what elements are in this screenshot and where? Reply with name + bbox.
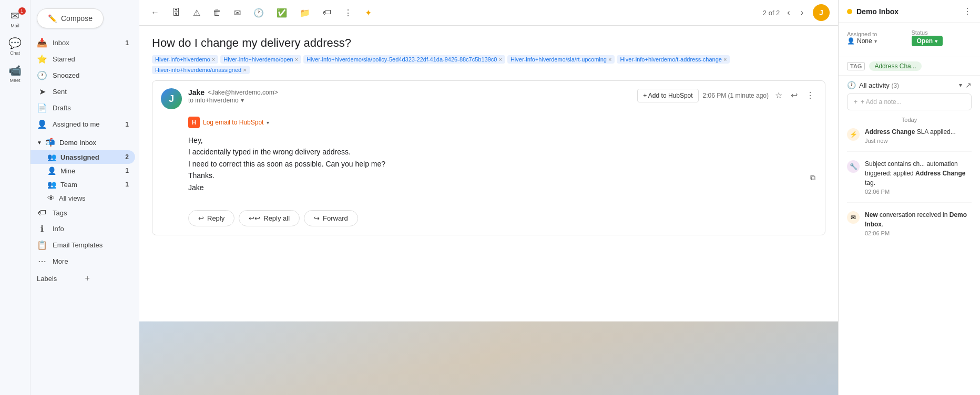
email-templates-icon: 📋 bbox=[37, 240, 47, 250]
assigned-chevron-icon: ▾ bbox=[874, 38, 877, 44]
labels-button[interactable]: 🏷 bbox=[320, 5, 334, 20]
sidebar-item-sent[interactable]: ➤ Sent bbox=[30, 84, 135, 100]
note-input[interactable]: + + Add a note... bbox=[847, 93, 972, 110]
add-label-icon[interactable]: + bbox=[85, 274, 134, 283]
report-spam-button[interactable]: ⚠ bbox=[190, 5, 203, 21]
email-tag-1: Hiver-info+hiverdemo/open × bbox=[220, 55, 301, 64]
email-tag-3: Hiver-info+hiverdemo/sla/rt-upcoming × bbox=[507, 55, 615, 64]
forward-icon: ↪ bbox=[314, 214, 320, 222]
close-tag-4[interactable]: × bbox=[723, 56, 727, 63]
sidebar-item-mine[interactable]: 👤 Mine 1 bbox=[30, 164, 135, 178]
svg-rect-0 bbox=[139, 321, 838, 395]
sidebar-item-assigned-to-me[interactable]: 👤 Assigned to me 1 bbox=[30, 116, 135, 132]
snooze-button[interactable]: 🕐 bbox=[250, 5, 267, 21]
compose-button[interactable]: ✏️ Compose bbox=[37, 8, 104, 28]
activity-date: Today bbox=[847, 117, 972, 123]
inbox-indicator bbox=[847, 9, 852, 14]
reply-icon: ↩ bbox=[198, 214, 204, 222]
sidebar-item-email-templates[interactable]: 📋 Email Templates bbox=[30, 237, 135, 253]
compose-edit-icon: ✏️ bbox=[48, 14, 57, 23]
assigned-to-value[interactable]: 👤 None ▾ bbox=[847, 37, 907, 45]
add-hubspot-button[interactable]: + Add to HubSpot bbox=[637, 89, 698, 102]
nav-icon-mail[interactable]: ✉ Mail 1 bbox=[3, 6, 28, 32]
pagination: 2 of 2 ‹ › bbox=[763, 5, 807, 20]
sidebar-item-starred[interactable]: ⭐ Starred bbox=[30, 51, 135, 67]
status-badge[interactable]: Open ▾ bbox=[912, 36, 943, 46]
activity-expand-button[interactable]: ▾ bbox=[959, 81, 962, 89]
right-panel: Demo Inbox ⋮ Assigned to 👤 None ▾ Status… bbox=[838, 0, 980, 395]
more-icon: ⋯ bbox=[37, 256, 47, 266]
address-change-tag[interactable]: Address Cha... bbox=[869, 61, 921, 71]
hubspot-log-button[interactable]: Log email to HubSpot bbox=[203, 119, 263, 126]
sidebar-item-tags[interactable]: 🏷 Tags bbox=[30, 205, 135, 221]
message-header: J Jake <Jake@hiverdemo.com> to info+hive… bbox=[152, 81, 825, 117]
sidebar-item-team[interactable]: 👥 Team 1 bbox=[30, 178, 135, 191]
status-chevron-icon: ▾ bbox=[935, 38, 937, 44]
mine-icon: 👤 bbox=[47, 167, 56, 175]
star-button[interactable]: ☆ bbox=[773, 88, 784, 102]
info-icon: ℹ bbox=[37, 224, 47, 234]
reply-button[interactable]: ↩ Reply bbox=[188, 210, 234, 226]
user-avatar-button[interactable]: J bbox=[813, 4, 830, 21]
status-label: Status bbox=[912, 29, 948, 36]
sidebar-item-inbox[interactable]: 📥 Inbox 1 bbox=[30, 35, 135, 51]
plus-icon: + bbox=[854, 98, 858, 106]
close-tag-3[interactable]: × bbox=[608, 56, 611, 63]
starred-icon: ⭐ bbox=[37, 54, 47, 64]
back-button[interactable]: ← bbox=[148, 5, 162, 20]
meet-icon: 📹 bbox=[8, 64, 22, 77]
hubspot-dropdown-icon[interactable]: ▾ bbox=[267, 120, 269, 126]
move-button[interactable]: 📁 bbox=[297, 5, 313, 21]
email-tag-0: Hiver-info+hiverdemo × bbox=[152, 55, 218, 64]
chevron-down-icon[interactable]: ▾ bbox=[241, 97, 244, 104]
right-panel-title: Demo Inbox bbox=[856, 7, 959, 16]
sidebar-item-more[interactable]: ⋯ More bbox=[30, 253, 135, 269]
sidebar-item-all-views[interactable]: 👁 All views bbox=[30, 191, 135, 205]
email-subject: How do I change my delivery address? bbox=[152, 36, 825, 50]
icon-nav-column: ✉ Mail 1 💬 Chat 📹 Meet bbox=[0, 0, 30, 395]
main-nav: ✏️ Compose 📥 Inbox 1 ⭐ Starred 🕐 Snoozed… bbox=[30, 0, 139, 395]
more-options-button[interactable]: ⋮ bbox=[341, 5, 355, 21]
assigned-to-label: Assigned to bbox=[847, 31, 884, 37]
demo-inbox-parent[interactable]: ▼ 📬 Demo Inbox bbox=[30, 134, 139, 150]
message-more-button[interactable]: ⋮ bbox=[804, 88, 816, 102]
activity-external-link[interactable]: ↗ bbox=[965, 81, 972, 89]
prev-email-button[interactable]: ‹ bbox=[784, 5, 793, 20]
reply-all-button[interactable]: ↩↩ Reply all bbox=[239, 210, 300, 226]
activity-item-icon-0: ⚡ bbox=[847, 128, 860, 141]
sidebar-item-snoozed[interactable]: 🕐 Snoozed bbox=[30, 67, 135, 84]
email-tag-2: Hiver-info+hiverdemo/sla/policy-5ed4d323… bbox=[303, 55, 505, 64]
copy-button[interactable]: ⧉ bbox=[809, 172, 816, 183]
labels-section[interactable]: Labels + bbox=[30, 269, 139, 285]
hiver-button[interactable]: ✦ bbox=[362, 5, 375, 21]
next-email-button[interactable]: › bbox=[798, 5, 807, 20]
nav-icon-chat[interactable]: 💬 Chat bbox=[3, 34, 28, 59]
forward-button[interactable]: ↪ Forward bbox=[304, 210, 358, 226]
mark-read-button[interactable]: ✉ bbox=[231, 5, 244, 21]
tags-icon: 🏷 bbox=[37, 208, 47, 217]
archive-button[interactable]: 🗄 bbox=[169, 5, 183, 20]
sidebar-item-drafts[interactable]: 📄 Drafts bbox=[30, 100, 135, 116]
sidebar-item-info[interactable]: ℹ Info bbox=[30, 221, 135, 237]
sidebar-item-unassigned[interactable]: 👥 Unassigned 2 bbox=[30, 150, 135, 164]
delete-button[interactable]: 🗑 bbox=[210, 5, 224, 20]
reply-all-icon: ↩↩ bbox=[249, 214, 260, 222]
email-tag-4: Hiver-info+hiverdemo/t-address-change × bbox=[617, 55, 730, 64]
close-tag-1[interactable]: × bbox=[295, 56, 298, 63]
sender-name: Jake bbox=[188, 88, 205, 97]
close-tag-2[interactable]: × bbox=[498, 56, 502, 63]
activity-header: 🕐 All activity (3) ▾ ↗ bbox=[847, 81, 972, 89]
right-panel-more-button[interactable]: ⋮ bbox=[963, 6, 972, 16]
nav-icon-meet[interactable]: 📹 Meet bbox=[3, 61, 28, 86]
activity-item-content-2: New conversation received in Demo Inbox.… bbox=[865, 210, 972, 236]
assignment-section: Assigned to 👤 None ▾ Status Open ▾ bbox=[839, 23, 980, 57]
demo-inbox-icon: 📬 bbox=[45, 138, 55, 147]
quick-reply-button[interactable]: ↩ bbox=[789, 88, 800, 102]
close-tag-0[interactable]: × bbox=[212, 56, 215, 63]
team-icon: 👥 bbox=[47, 180, 56, 189]
close-tag-5[interactable]: × bbox=[243, 67, 246, 73]
expand-icon: ▼ bbox=[37, 140, 42, 145]
hubspot-icon: H bbox=[188, 117, 200, 128]
activity-icon: 🕐 bbox=[847, 81, 856, 89]
tasks-button[interactable]: ✅ bbox=[273, 5, 290, 21]
